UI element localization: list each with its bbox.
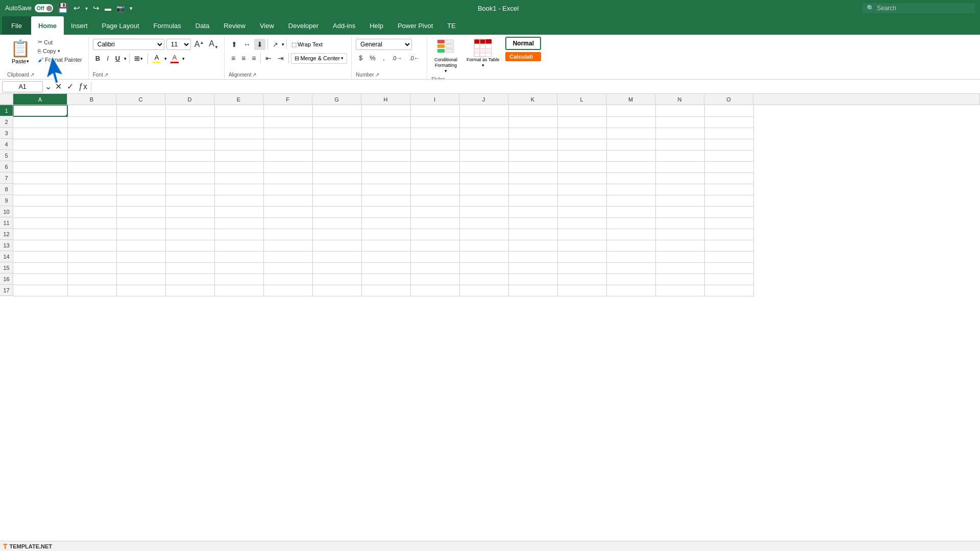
alignment-expand-icon[interactable]: ↗ (252, 72, 256, 78)
redo-icon[interactable]: ↪ (93, 4, 100, 13)
col-header-more[interactable] (753, 94, 980, 105)
cell-D5[interactable] (165, 150, 214, 161)
undo-dropdown-icon[interactable]: ▾ (85, 6, 88, 11)
cell-G17[interactable] (312, 285, 361, 296)
cell-E8[interactable] (214, 184, 263, 195)
cell-A7[interactable] (13, 172, 67, 184)
cell-D11[interactable] (165, 217, 214, 229)
cell-J11[interactable] (459, 217, 508, 229)
customize-icon[interactable]: ▾ (130, 5, 133, 12)
cell-O2[interactable] (704, 116, 753, 128)
cell-I17[interactable] (410, 285, 459, 296)
cell-F12[interactable] (263, 229, 312, 240)
cell-M1[interactable] (606, 105, 655, 116)
font-color-arrow-icon[interactable]: ▾ (182, 56, 185, 61)
cell-H5[interactable] (361, 150, 410, 161)
cell-B4[interactable] (67, 139, 116, 150)
cell-J16[interactable] (459, 273, 508, 285)
cell-A14[interactable] (13, 251, 67, 262)
cell-K4[interactable] (508, 139, 557, 150)
cell-N17[interactable] (655, 285, 704, 296)
col-header-l[interactable]: L (557, 94, 606, 105)
cell-C8[interactable] (116, 184, 165, 195)
formula-input[interactable] (93, 83, 978, 90)
currency-button[interactable]: $ (356, 53, 365, 63)
decrease-font-button[interactable]: A▼ (207, 39, 220, 50)
cell-H16[interactable] (361, 273, 410, 285)
cell-E6[interactable] (214, 161, 263, 172)
cell-O1[interactable] (704, 105, 753, 116)
cell-G7[interactable] (312, 172, 361, 184)
cell-O8[interactable] (704, 184, 753, 195)
cell-C2[interactable] (116, 116, 165, 128)
cell-B12[interactable] (67, 229, 116, 240)
cell-L14[interactable] (557, 251, 606, 262)
cell-E11[interactable] (214, 217, 263, 229)
cell-I2[interactable] (410, 116, 459, 128)
cell-M12[interactable] (606, 229, 655, 240)
increase-decimal-button[interactable]: .0→ (389, 54, 405, 63)
cell-N10[interactable] (655, 206, 704, 217)
save-icon[interactable]: 💾 (57, 3, 68, 14)
formula-bar-expand-icon[interactable]: ⌄ (45, 82, 52, 91)
cell-N7[interactable] (655, 172, 704, 184)
row-num-7[interactable]: 7 (0, 172, 13, 184)
cell-B17[interactable] (67, 285, 116, 296)
conditional-formatting-button[interactable]: ConditionalFormatting ▾ (431, 37, 460, 76)
tab-add-ins[interactable]: Add-ins (326, 16, 362, 35)
col-header-m[interactable]: M (606, 94, 655, 105)
cell-C10[interactable] (116, 206, 165, 217)
cell-L2[interactable] (557, 116, 606, 128)
cell-H2[interactable] (361, 116, 410, 128)
cell-D1[interactable] (165, 105, 214, 116)
cell-F4[interactable] (263, 139, 312, 150)
cell-I8[interactable] (410, 184, 459, 195)
cell-B14[interactable] (67, 251, 116, 262)
cell-D9[interactable] (165, 195, 214, 206)
cell-I15[interactable] (410, 262, 459, 273)
cell-F17[interactable] (263, 285, 312, 296)
cell-H13[interactable] (361, 240, 410, 251)
align-center-button[interactable]: ≡ (239, 53, 248, 64)
cell-G12[interactable] (312, 229, 361, 240)
cell-C7[interactable] (116, 172, 165, 184)
rotate-text-button[interactable]: ↗ (270, 39, 281, 50)
cell-N13[interactable] (655, 240, 704, 251)
cell-C15[interactable] (116, 262, 165, 273)
cell-D10[interactable] (165, 206, 214, 217)
cell-D16[interactable] (165, 273, 214, 285)
tab-page-layout[interactable]: Page Layout (95, 16, 146, 35)
cell-B6[interactable] (67, 161, 116, 172)
cell-A8[interactable] (13, 184, 67, 195)
format-as-table-button[interactable]: Format as Table ▾ (463, 37, 502, 70)
cell-I4[interactable] (410, 139, 459, 150)
autosave-toggle[interactable]: Off (35, 4, 53, 12)
cell-A15[interactable] (13, 262, 67, 273)
cell-H14[interactable] (361, 251, 410, 262)
cell-C4[interactable] (116, 139, 165, 150)
decrease-indent-button[interactable]: ⇤ (263, 53, 274, 64)
cell-A17[interactable] (13, 285, 67, 296)
cell-L13[interactable] (557, 240, 606, 251)
col-header-f[interactable]: F (263, 94, 312, 105)
cell-L8[interactable] (557, 184, 606, 195)
cell-K12[interactable] (508, 229, 557, 240)
cell-O4[interactable] (704, 139, 753, 150)
number-format-select[interactable]: General (356, 39, 412, 50)
cell-M14[interactable] (606, 251, 655, 262)
cell-D7[interactable] (165, 172, 214, 184)
cell-J17[interactable] (459, 285, 508, 296)
search-bar[interactable]: 🔍 (863, 3, 975, 13)
cell-E14[interactable] (214, 251, 263, 262)
cell-C14[interactable] (116, 251, 165, 262)
cell-H4[interactable] (361, 139, 410, 150)
cell-N9[interactable] (655, 195, 704, 206)
underline-button[interactable]: U (113, 53, 122, 64)
cell-G16[interactable] (312, 273, 361, 285)
col-header-c[interactable]: C (116, 94, 165, 105)
cell-J4[interactable] (459, 139, 508, 150)
cell-F13[interactable] (263, 240, 312, 251)
cancel-formula-icon[interactable]: ✕ (54, 82, 63, 91)
number-expand-icon[interactable]: ↗ (375, 72, 379, 78)
cell-F8[interactable] (263, 184, 312, 195)
